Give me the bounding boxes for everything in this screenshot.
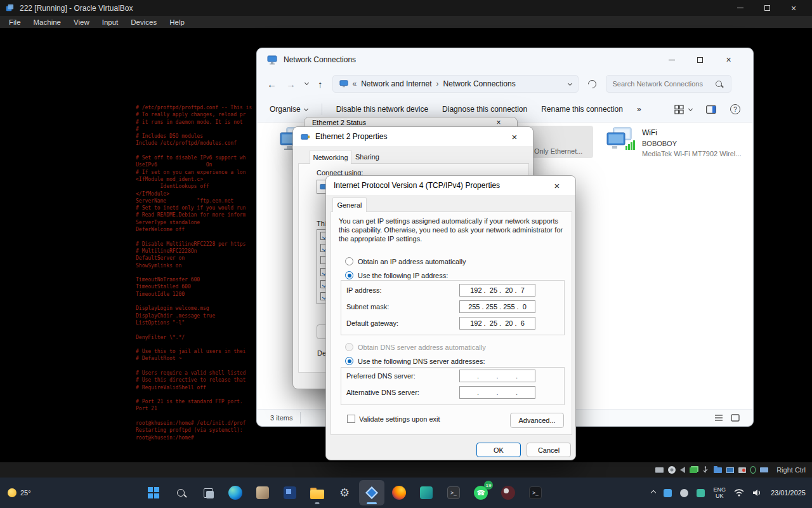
up-icon[interactable]: ↑ (318, 79, 323, 90)
firefox-button[interactable] (386, 480, 412, 505)
toolbar-overflow-button[interactable]: » (637, 105, 641, 114)
advanced-button[interactable]: Advanced... (510, 413, 564, 428)
search-box[interactable] (606, 75, 731, 93)
wifi-tray-icon[interactable] (734, 489, 744, 497)
explorer-close-button[interactable]: × (714, 48, 743, 71)
obs-button[interactable] (495, 480, 521, 505)
start-button[interactable] (141, 480, 166, 505)
close-button[interactable]: × (780, 0, 807, 16)
ipv4-dialog-close-icon[interactable]: × (546, 176, 568, 195)
menu-help[interactable]: Help (163, 18, 191, 26)
search-input[interactable] (613, 80, 712, 88)
history-chevron-icon[interactable] (304, 81, 309, 85)
language-line2: UK (713, 493, 726, 499)
weather-widget[interactable]: 25° (8, 478, 31, 508)
menu-devices[interactable]: Devices (124, 18, 163, 26)
keyboard-status-icon[interactable] (760, 467, 768, 472)
use-following-ip-label[interactable]: Use the following IP address: (358, 272, 448, 279)
minimize-button[interactable] (727, 0, 754, 16)
shared-folders-status-icon[interactable] (714, 467, 722, 473)
subnet-mask-field[interactable]: 255 . 255 . 255 . 0 (459, 300, 535, 313)
address-dropdown-icon[interactable] (567, 81, 572, 85)
selected-ethernet2-item[interactable]: Only Ethernet... (528, 126, 593, 158)
clock-date[interactable]: 23/01/2025 (771, 489, 806, 497)
disable-network-device-button[interactable]: Disable this network device (336, 105, 428, 114)
audio-status-icon[interactable] (680, 467, 685, 473)
forward-icon[interactable]: → (286, 79, 296, 90)
display-status-icon[interactable] (726, 467, 734, 473)
windows-logo-icon (148, 487, 159, 498)
explorer-minimize-button[interactable] (657, 48, 686, 71)
refresh-icon[interactable] (586, 78, 598, 90)
system-tray: ENG UK 23/01/2025 (652, 478, 806, 508)
network-status-icon[interactable] (690, 467, 697, 473)
file-explorer-button[interactable] (304, 480, 330, 505)
file-explorer-icon (310, 490, 324, 499)
explorer-maximize-button[interactable] (686, 48, 714, 71)
ok-button[interactable]: OK (476, 443, 521, 457)
terminal-button[interactable]: >_ (441, 480, 466, 505)
tray-app-icon[interactable] (697, 489, 705, 497)
tray-app-icon[interactable] (664, 489, 672, 497)
terminal-icon: >_ (447, 486, 460, 499)
use-following-dns-label[interactable]: Use the following DNS server addresses: (358, 358, 485, 365)
tab-networking[interactable]: Networking (310, 150, 351, 164)
task-view-button[interactable] (195, 480, 221, 505)
ip-address-field[interactable]: 192 . 25 . 20 . 7 (459, 284, 535, 297)
obtain-ip-automatically-label[interactable]: Obtain an IP address automatically (358, 258, 466, 265)
menu-input[interactable]: Input (96, 18, 125, 26)
usb-status-icon[interactable] (702, 466, 709, 474)
pinned-app-1-button[interactable] (250, 480, 275, 505)
cancel-button[interactable]: Cancel (527, 443, 571, 457)
preview-pane-icon[interactable] (706, 105, 716, 114)
breadcrumb-root-separator[interactable]: « (353, 79, 357, 88)
hidden-icons-chevron-icon[interactable] (651, 490, 656, 495)
status-dialog-close-icon[interactable]: × (488, 117, 509, 127)
view-mode-icon[interactable] (674, 105, 684, 114)
hdd-status-icon[interactable] (655, 467, 664, 473)
address-bar[interactable]: « Network and Internet › Network Connect… (332, 75, 579, 93)
optical-disc-status-icon[interactable] (668, 466, 676, 474)
wifi-item[interactable]: WiFi BOBOBOY MediaTek Wi-Fi MT7902 Wirel… (606, 127, 741, 157)
tray-app-icon[interactable] (680, 489, 688, 497)
alternative-dns-field[interactable]: . . . (459, 386, 535, 399)
maximize-button[interactable] (754, 0, 780, 16)
breadcrumb-network-connections[interactable]: Network Connections (443, 79, 516, 88)
vir​tualbox-button[interactable] (359, 480, 384, 505)
edge-button[interactable] (223, 480, 248, 505)
breadcrumb-network-and-internet[interactable]: Network and Internet (361, 79, 431, 88)
volume-tray-icon[interactable] (752, 488, 763, 497)
validate-settings-checkbox[interactable] (347, 415, 355, 423)
use-following-ip-radio[interactable] (345, 271, 353, 279)
back-icon[interactable]: ← (267, 79, 277, 90)
whatsapp-button[interactable]: ☎19 (468, 480, 494, 505)
firefox-icon (392, 486, 406, 500)
console-button[interactable]: >_ (523, 480, 548, 505)
validate-settings-label[interactable]: Validate settings upon exit (359, 415, 440, 423)
recording-status-icon[interactable] (738, 467, 746, 473)
maximize-icon (764, 5, 770, 11)
properties-dialog-close-icon[interactable]: × (504, 127, 525, 146)
help-icon[interactable]: ? (730, 104, 740, 114)
organise-button[interactable]: Organise (270, 105, 308, 114)
rename-connection-button[interactable]: Rename this connection (541, 105, 623, 114)
pinned-app-2-button[interactable] (277, 480, 303, 505)
menu-view[interactable]: View (67, 18, 96, 26)
obtain-ip-automatically-radio[interactable] (345, 257, 353, 265)
view-dropdown-icon[interactable] (688, 106, 693, 110)
details-view-icon[interactable] (714, 414, 723, 422)
settings-button[interactable]: ⚙ (332, 480, 357, 505)
mouse-integration-icon[interactable] (750, 466, 756, 474)
default-gateway-field[interactable]: 192 . 25 . 20 . 6 (459, 317, 535, 330)
diagnose-connection-button[interactable]: Diagnose this connection (442, 105, 527, 114)
language-indicator[interactable]: ENG UK (713, 486, 726, 499)
preferred-dns-field[interactable]: . . . (459, 370, 535, 382)
pinned-app-3-button[interactable] (414, 480, 439, 505)
large-icons-view-icon[interactable] (731, 414, 740, 422)
use-following-dns-radio[interactable] (345, 357, 353, 365)
tab-general[interactable]: General (332, 197, 367, 212)
taskbar-search-button[interactable] (168, 480, 193, 505)
menu-file[interactable]: File (3, 18, 27, 26)
tab-sharing[interactable]: Sharing (351, 150, 383, 164)
menu-machine[interactable]: Machine (27, 18, 67, 26)
